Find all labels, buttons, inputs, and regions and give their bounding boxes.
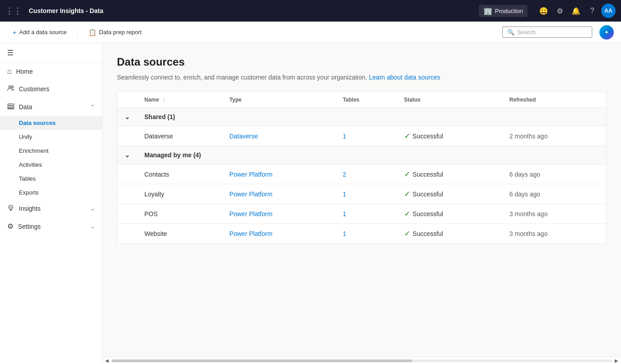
- row-type: Power Platform: [222, 204, 335, 224]
- row-status: ✓ Successful: [397, 224, 502, 244]
- group-expand-icon[interactable]: ⌄: [117, 108, 138, 126]
- app-grid-icon[interactable]: ⋮⋮: [5, 6, 22, 16]
- sidebar-item-customers[interactable]: Customers: [0, 80, 102, 98]
- report-icon: 📋: [89, 29, 96, 36]
- row-indent: [117, 204, 138, 224]
- table-row[interactable]: Loyalty Power Platform 1 ✓ Successful: [117, 184, 607, 204]
- app-layout: ☰ ⌂ Home Customers Data ⌃ Data sources U…: [0, 43, 621, 364]
- row-tables: 2: [335, 164, 397, 184]
- copilot-button[interactable]: ✦: [599, 25, 614, 40]
- environment-selector[interactable]: 🏢 Production: [479, 5, 527, 17]
- row-type: Dataverse: [222, 126, 335, 146]
- table-row[interactable]: Dataverse Dataverse 1 ✓ Successful: [117, 126, 607, 146]
- col-expand: [117, 92, 138, 108]
- svg-rect-3: [8, 106, 14, 107]
- page-description: Seamlessly connect to, enrich, and manag…: [117, 74, 607, 81]
- svg-rect-2: [8, 104, 14, 105]
- copilot-icon: ✦: [604, 29, 609, 36]
- add-data-source-button[interactable]: + Add a data source: [7, 26, 72, 39]
- group-name: Shared (1): [137, 108, 607, 126]
- col-name: Name ↕: [137, 92, 222, 108]
- sidebar-subitem-exports[interactable]: Exports: [0, 186, 102, 200]
- sidebar-subitem-unify[interactable]: Unify: [0, 130, 102, 144]
- search-icon: 🔍: [507, 29, 514, 36]
- toolbar: + Add a data source 📋 Data prep report 🔍…: [0, 22, 621, 43]
- sidebar-item-label: Customers: [19, 85, 49, 93]
- row-status: ✓ Successful: [397, 126, 502, 146]
- data-icon: [7, 102, 14, 111]
- row-name: Contacts: [137, 164, 222, 184]
- row-name: Loyalty: [137, 184, 222, 204]
- environment-icon: 🏢: [483, 7, 492, 15]
- scroll-thumb[interactable]: [112, 360, 412, 362]
- horizontal-scrollbar[interactable]: ◀ ▶: [103, 357, 621, 364]
- app-title: Customer Insights - Data: [29, 7, 475, 14]
- col-type: Type: [222, 92, 335, 108]
- row-name: Dataverse: [137, 126, 222, 146]
- row-name: POS: [137, 204, 222, 224]
- settings-icon: ⚙: [7, 222, 13, 231]
- smiley-button[interactable]: 😀: [536, 4, 551, 18]
- svg-point-1: [12, 86, 13, 88]
- customers-icon: [7, 84, 14, 93]
- sidebar-subitem-tables[interactable]: Tables: [0, 172, 102, 186]
- scroll-left-arrow[interactable]: ◀: [104, 358, 110, 363]
- topbar: ⋮⋮ Customer Insights - Data 🏢 Production…: [0, 0, 621, 22]
- sort-icon[interactable]: ↕: [162, 97, 165, 103]
- sidebar: ☰ ⌂ Home Customers Data ⌃ Data sources U…: [0, 43, 103, 364]
- sidebar-subitem-activities[interactable]: Activities: [0, 158, 102, 172]
- scroll-right-arrow[interactable]: ▶: [614, 358, 619, 363]
- col-status: Status: [397, 92, 502, 108]
- hamburger-menu[interactable]: ☰: [0, 43, 102, 63]
- sidebar-item-home[interactable]: ⌂ Home: [0, 63, 102, 80]
- table-row[interactable]: POS Power Platform 1 ✓ Successful: [117, 204, 607, 224]
- user-avatar[interactable]: AA: [601, 4, 616, 18]
- svg-point-5: [9, 205, 13, 209]
- status-check-icon: ✓: [404, 209, 410, 218]
- svg-rect-4: [8, 108, 14, 109]
- row-refreshed: 6 days ago: [502, 184, 607, 204]
- chevron-up-icon: ⌃: [90, 104, 95, 110]
- row-tables: 1: [335, 224, 397, 244]
- row-indent: [117, 224, 138, 244]
- search-bar[interactable]: 🔍 Search: [502, 27, 592, 38]
- row-type: Power Platform: [222, 224, 335, 244]
- help-button[interactable]: ?: [585, 4, 599, 18]
- sidebar-item-label: Home: [16, 68, 33, 75]
- row-type: Power Platform: [222, 184, 335, 204]
- sidebar-item-settings[interactable]: ⚙ Settings ⌄: [0, 218, 102, 235]
- main-content: Data sources Seamlessly connect to, enri…: [103, 43, 621, 364]
- row-type: Power Platform: [222, 164, 335, 184]
- home-icon: ⌂: [7, 67, 12, 75]
- row-status: ✓ Successful: [397, 164, 502, 184]
- row-refreshed: 2 months ago: [502, 126, 607, 146]
- page-title: Data sources: [117, 56, 607, 68]
- group-expand-icon[interactable]: ⌄: [117, 146, 138, 164]
- group-row-managed: ⌄ Managed by me (4): [117, 146, 607, 164]
- col-tables: Tables: [335, 92, 397, 108]
- insights-icon: [7, 204, 14, 213]
- row-refreshed: 6 days ago: [502, 164, 607, 184]
- sidebar-item-data[interactable]: Data ⌃: [0, 98, 102, 116]
- learn-more-link[interactable]: Learn about data sources: [369, 74, 440, 81]
- row-status: ✓ Successful: [397, 184, 502, 204]
- chevron-down-icon: ⌄: [90, 223, 95, 230]
- status-check-icon: ✓: [404, 132, 410, 140]
- row-tables: 1: [335, 204, 397, 224]
- status-check-icon: ✓: [404, 170, 410, 178]
- settings-button[interactable]: ⚙: [553, 4, 567, 18]
- sidebar-subitem-enrichment[interactable]: Enrichment: [0, 144, 102, 158]
- row-indent: [117, 164, 138, 184]
- scroll-track[interactable]: [112, 360, 612, 362]
- table-row[interactable]: Website Power Platform 1 ✓ Successful: [117, 224, 607, 244]
- data-prep-report-button[interactable]: 📋 Data prep report: [83, 26, 147, 39]
- status-check-icon: ✓: [404, 190, 410, 198]
- row-indent: [117, 126, 138, 146]
- notifications-button[interactable]: 🔔: [569, 4, 583, 18]
- sidebar-item-insights[interactable]: Insights ⌄: [0, 200, 102, 218]
- col-refreshed: Refreshed: [502, 92, 607, 108]
- sidebar-subitem-data-sources[interactable]: Data sources: [0, 116, 102, 130]
- svg-point-0: [9, 86, 11, 88]
- table-row[interactable]: Contacts Power Platform 2 ✓ Successful: [117, 164, 607, 184]
- status-check-icon: ✓: [404, 229, 410, 238]
